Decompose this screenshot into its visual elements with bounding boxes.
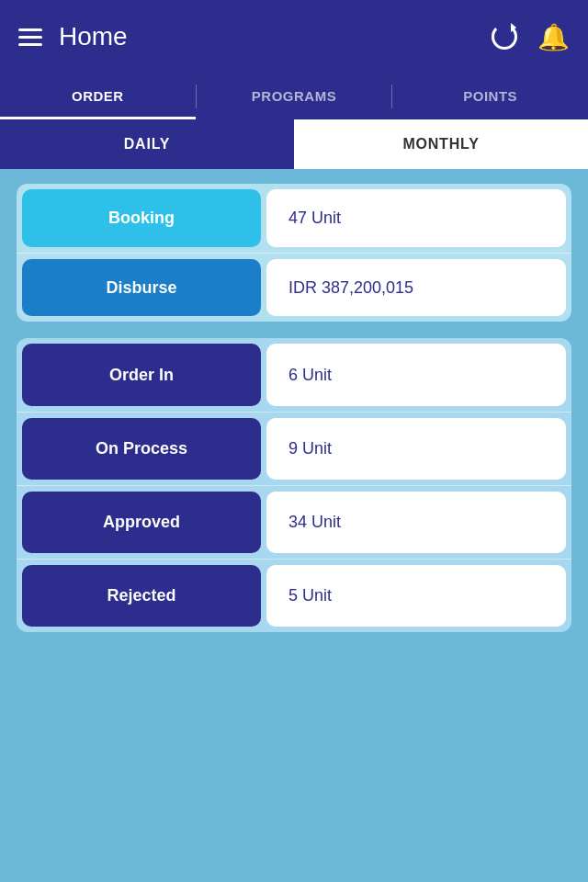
order-in-value: 6 Unit <box>266 344 566 406</box>
on-process-value: 9 Unit <box>266 418 566 480</box>
rejected-row[interactable]: Rejected 5 Unit <box>17 559 571 632</box>
tab-daily[interactable]: DAILY <box>0 119 294 169</box>
rejected-label: Rejected <box>22 565 261 627</box>
bell-icon[interactable]: 🔔 <box>537 22 570 52</box>
tab-points[interactable]: POINTS <box>392 74 588 119</box>
refresh-icon[interactable] <box>492 24 517 50</box>
order-stats-section: Order In 6 Unit On Process 9 Unit Approv… <box>17 338 571 632</box>
tab-programs[interactable]: PROGRAMS <box>197 74 392 119</box>
top-stats-section: Booking 47 Unit Disburse IDR 387,200,015 <box>17 184 571 322</box>
disburse-value: IDR 387,200,015 <box>266 259 566 316</box>
rejected-value: 5 Unit <box>266 565 566 627</box>
disburse-label: Disburse <box>22 259 261 316</box>
header-actions: 🔔 <box>492 22 570 52</box>
tab-monthly[interactable]: MONTHLY <box>294 119 588 169</box>
on-process-row[interactable]: On Process 9 Unit <box>17 412 571 485</box>
header: Home 🔔 <box>0 0 588 74</box>
booking-row[interactable]: Booking 47 Unit <box>17 184 571 253</box>
menu-icon[interactable] <box>18 28 42 46</box>
approved-value: 34 Unit <box>266 492 566 553</box>
tab-order[interactable]: ORDER <box>0 74 196 119</box>
booking-value: 47 Unit <box>266 189 566 247</box>
booking-label: Booking <box>22 189 261 247</box>
content-area: Booking 47 Unit Disburse IDR 387,200,015… <box>0 169 588 650</box>
disburse-row[interactable]: Disburse IDR 387,200,015 <box>17 253 571 322</box>
main-tabs: ORDER PROGRAMS POINTS <box>0 74 588 119</box>
on-process-label: On Process <box>22 418 261 480</box>
order-in-row[interactable]: Order In 6 Unit <box>17 338 571 412</box>
approved-row[interactable]: Approved 34 Unit <box>17 485 571 559</box>
sub-tabs: DAILY MONTHLY <box>0 119 588 169</box>
order-in-label: Order In <box>22 344 261 406</box>
approved-label: Approved <box>22 492 261 553</box>
page-title: Home <box>59 22 492 51</box>
